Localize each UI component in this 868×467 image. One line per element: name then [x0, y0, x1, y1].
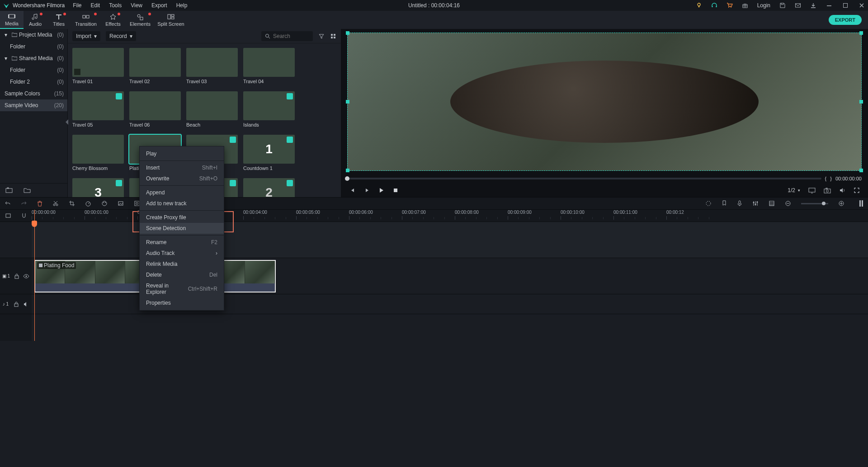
sidebar-collapse-handle[interactable]: [66, 119, 68, 125]
voiceover-icon[interactable]: [737, 200, 742, 207]
resize-handle-tl[interactable]: [346, 31, 349, 35]
screenshot-icon[interactable]: [5, 187, 13, 193]
download-badge-icon[interactable]: [287, 137, 293, 143]
track-visible-icon[interactable]: [23, 274, 29, 278]
playhead[interactable]: [34, 210, 35, 341]
resize-handle-ml[interactable]: [346, 100, 349, 104]
import-dropdown[interactable]: Import▾: [72, 31, 100, 41]
media-clip-4[interactable]: Travel 05: [72, 91, 124, 132]
media-clip-12[interactable]: [72, 178, 124, 197]
media-clip-15[interactable]: [243, 178, 295, 197]
redo-icon[interactable]: [21, 200, 27, 207]
stop-icon[interactable]: [392, 187, 399, 193]
play-range-icon[interactable]: [363, 187, 370, 193]
sidebar-item-3[interactable]: Folder(0): [0, 64, 67, 76]
zoom-fit-icon[interactable]: [859, 200, 863, 207]
menu-file[interactable]: File: [73, 2, 81, 9]
gift-icon[interactable]: [742, 2, 748, 9]
speed-icon[interactable]: [85, 200, 91, 207]
new-folder-icon[interactable]: [24, 187, 31, 193]
undo-icon[interactable]: [5, 200, 11, 207]
media-clip-11[interactable]: Countdown 1: [243, 135, 295, 175]
fullscreen-icon[interactable]: [854, 187, 860, 193]
menu-edit[interactable]: Edit: [91, 2, 100, 9]
download-badge-icon[interactable]: [230, 137, 236, 143]
track-lock-icon[interactable]: [14, 274, 19, 279]
ctx-play[interactable]: Play: [140, 148, 224, 159]
download-badge-icon[interactable]: [116, 93, 122, 99]
menu-tools[interactable]: Tools: [109, 2, 122, 9]
ctx-scene-detection[interactable]: Scene Detection: [140, 223, 224, 234]
media-clip-2[interactable]: Travel 03: [186, 48, 238, 89]
sidebar-item-5[interactable]: Sample Colors(15): [0, 88, 67, 99]
timeline-add-track-icon[interactable]: [5, 212, 11, 219]
headphones-icon[interactable]: [711, 2, 717, 9]
download-badge-icon[interactable]: [287, 93, 293, 99]
resize-handle-mr[interactable]: [859, 100, 863, 104]
search-box[interactable]: [261, 31, 313, 41]
snapshot-icon[interactable]: [824, 187, 831, 193]
media-clip-5[interactable]: Travel 06: [129, 91, 181, 132]
mixer-icon[interactable]: [752, 200, 759, 207]
marker-icon[interactable]: [722, 200, 727, 207]
filter-icon[interactable]: [318, 33, 325, 39]
media-clip-7[interactable]: Islands: [243, 91, 295, 132]
media-clip-6[interactable]: Beach: [186, 91, 238, 132]
save-icon[interactable]: [779, 2, 786, 9]
color-icon[interactable]: [101, 200, 108, 207]
volume-icon[interactable]: [839, 187, 845, 193]
media-clip-3[interactable]: Travel 04: [243, 48, 295, 89]
preview-canvas[interactable]: [347, 33, 862, 171]
grid-view-icon[interactable]: [330, 33, 336, 39]
scrubber-knob[interactable]: [345, 176, 349, 181]
search-input[interactable]: [273, 33, 309, 39]
track-lock-icon[interactable]: [14, 302, 19, 307]
idea-icon[interactable]: [696, 2, 702, 9]
ctx-insert[interactable]: InsertShift+I: [140, 162, 224, 173]
mail-icon[interactable]: [795, 2, 801, 9]
tab-titles[interactable]: Titles: [47, 11, 71, 29]
tab-audio[interactable]: Audio: [24, 11, 47, 29]
resize-handle-bl[interactable]: [346, 169, 349, 172]
export-button[interactable]: EXPORT: [829, 15, 862, 25]
crop-icon[interactable]: [69, 200, 75, 207]
download-icon[interactable]: [810, 2, 816, 9]
sidebar-item-0[interactable]: ▾Project Media(0): [0, 29, 67, 41]
tab-transition[interactable]: Transition: [71, 11, 101, 29]
window-maximize[interactable]: [842, 2, 849, 9]
sidebar-item-4[interactable]: Folder 2(0): [0, 76, 67, 88]
tab-elements[interactable]: Elements: [125, 11, 156, 29]
preview-zoom-dropdown[interactable]: 1/2▾: [788, 187, 800, 193]
play-overlay-icon[interactable]: [74, 69, 80, 75]
download-badge-icon[interactable]: [287, 180, 293, 186]
login-link[interactable]: Login: [757, 2, 770, 9]
preview-scrubber[interactable]: [347, 178, 821, 179]
delete-icon[interactable]: [37, 200, 42, 207]
prev-frame-icon[interactable]: [349, 187, 355, 193]
render-icon[interactable]: [705, 200, 712, 207]
track-mute-icon[interactable]: [24, 302, 29, 307]
zoom-in-icon[interactable]: [838, 200, 844, 207]
media-clip-1[interactable]: Travel 02: [129, 48, 181, 89]
bracket-in[interactable]: {: [825, 176, 827, 181]
timeline-magnet-icon[interactable]: [21, 212, 27, 219]
resize-handle-tr[interactable]: [859, 31, 863, 35]
download-badge-icon[interactable]: [116, 180, 122, 186]
ctx-overwrite[interactable]: OverwriteShift+O: [140, 173, 224, 184]
track-manager-icon[interactable]: [769, 200, 775, 207]
cart-icon[interactable]: [726, 2, 733, 9]
display-icon[interactable]: [808, 187, 816, 193]
tab-effects[interactable]: Effects: [101, 11, 125, 29]
sidebar-item-2[interactable]: ▾Shared Media(0): [0, 52, 67, 64]
menu-export[interactable]: Export: [151, 2, 167, 9]
tab-split[interactable]: Split Screen: [156, 11, 186, 29]
sidebar-item-6[interactable]: Sample Video(20): [0, 99, 67, 111]
menu-view[interactable]: View: [131, 2, 142, 9]
media-clip-0[interactable]: Travel 01: [72, 48, 124, 89]
zoom-slider-knob[interactable]: [822, 202, 826, 205]
record-dropdown[interactable]: Record▾: [106, 31, 136, 41]
ctx-audio-track[interactable]: Audio Track: [140, 248, 224, 259]
window-minimize[interactable]: [826, 2, 833, 9]
tab-media[interactable]: Media: [0, 11, 24, 29]
cut-icon[interactable]: [52, 200, 59, 207]
